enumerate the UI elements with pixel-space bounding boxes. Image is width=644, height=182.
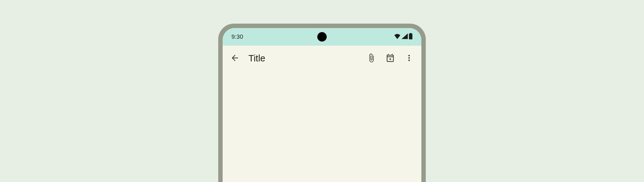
back-button[interactable] bbox=[226, 49, 244, 67]
status-bar: 9:30 bbox=[223, 28, 421, 46]
camera-notch bbox=[317, 32, 327, 42]
battery-icon bbox=[409, 33, 413, 41]
attach-file-icon bbox=[367, 53, 376, 64]
phone-screen: 9:30 bbox=[223, 28, 421, 182]
status-bar-time: 9:30 bbox=[231, 33, 243, 40]
attach-file-button[interactable] bbox=[362, 49, 380, 67]
phone-device-frame: 9:30 bbox=[218, 24, 426, 182]
more-options-button[interactable] bbox=[400, 49, 418, 67]
svg-point-0 bbox=[390, 58, 391, 60]
cellular-signal-icon bbox=[402, 33, 408, 40]
wifi-icon bbox=[394, 34, 401, 40]
app-bar-actions bbox=[362, 49, 418, 67]
status-bar-icons bbox=[394, 33, 413, 41]
app-bar-title: Title bbox=[248, 53, 362, 64]
calendar-event-button[interactable] bbox=[381, 49, 399, 67]
calendar-event-icon bbox=[386, 53, 395, 64]
app-bar: Title bbox=[223, 46, 421, 71]
more-vert-icon bbox=[404, 53, 414, 64]
back-arrow-icon bbox=[230, 53, 240, 64]
